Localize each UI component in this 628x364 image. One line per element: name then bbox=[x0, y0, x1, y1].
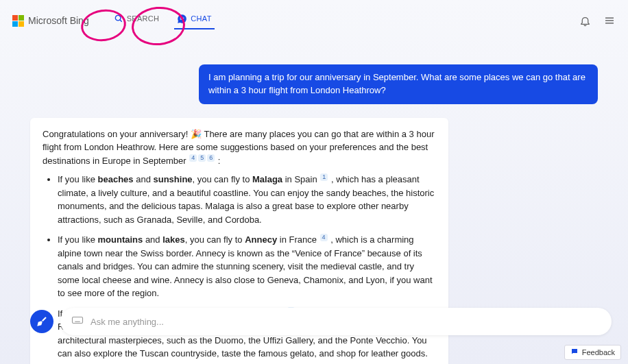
notifications-icon[interactable] bbox=[579, 15, 591, 27]
feedback-icon bbox=[570, 348, 579, 357]
chat-icon bbox=[177, 14, 187, 24]
svg-line-1 bbox=[120, 20, 122, 22]
keyboard-icon bbox=[71, 315, 84, 328]
citation[interactable]: 4 bbox=[320, 234, 328, 241]
microsoft-logo-icon bbox=[12, 15, 24, 27]
svg-rect-5 bbox=[73, 317, 83, 324]
new-topic-button[interactable] bbox=[30, 310, 53, 333]
tab-chat-label: CHAT bbox=[191, 14, 211, 23]
svg-point-0 bbox=[115, 15, 121, 21]
tab-chat[interactable]: CHAT bbox=[177, 14, 211, 28]
compose-input-container[interactable] bbox=[60, 308, 612, 335]
feedback-button[interactable]: Feedback bbox=[564, 345, 621, 360]
header-right bbox=[579, 14, 616, 27]
broom-icon bbox=[36, 315, 48, 328]
user-message-row: I am planning a trip for our anniversary… bbox=[30, 64, 598, 104]
brand-text: Microsoft Bing bbox=[28, 15, 89, 26]
compose-input[interactable] bbox=[90, 317, 601, 327]
tab-search[interactable]: SEARCH bbox=[114, 14, 160, 28]
citation[interactable]: 4 bbox=[189, 154, 197, 162]
list-item: If you like mountains and lakes, you can… bbox=[58, 233, 436, 300]
party-popper-icon: 🎉 bbox=[191, 129, 202, 139]
list-item: If you like beaches and sunshine, you ca… bbox=[58, 173, 436, 226]
header-tabs: SEARCH CHAT bbox=[114, 14, 212, 28]
citation[interactable]: 5 bbox=[198, 154, 206, 162]
feedback-label: Feedback bbox=[582, 348, 615, 356]
citation[interactable]: 1 bbox=[320, 173, 328, 181]
brand-logo[interactable]: Microsoft Bing bbox=[12, 15, 89, 27]
bot-intro-1: Congratulations on your anniversary! bbox=[43, 129, 191, 139]
tab-search-label: SEARCH bbox=[127, 14, 160, 23]
search-icon bbox=[114, 14, 123, 23]
citation[interactable]: 6 bbox=[207, 154, 215, 162]
hamburger-menu-icon[interactable] bbox=[603, 14, 616, 27]
compose-row bbox=[30, 308, 612, 335]
user-message: I am planning a trip for our anniversary… bbox=[199, 64, 598, 104]
header: Microsoft Bing SEARCH CHAT bbox=[0, 0, 628, 38]
